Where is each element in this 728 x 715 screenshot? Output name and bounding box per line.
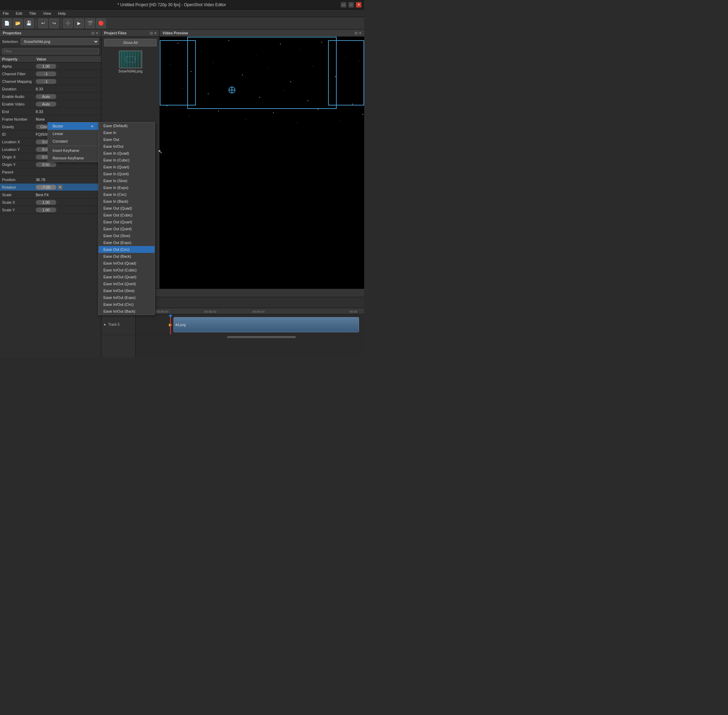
ease-in-out-cubic[interactable]: Ease In/Out (Cubic)	[99, 267, 155, 273]
project-files-close-icon[interactable]: ✕	[154, 31, 157, 35]
ease-in-expo[interactable]: Ease In (Expo)	[99, 184, 155, 191]
ease-out-quart[interactable]: Ease Out (Quart)	[99, 219, 155, 225]
prop-value-channel-filter[interactable]: -1	[36, 71, 56, 76]
ease-in-out-expo[interactable]: Ease In/Out (Expo)	[99, 294, 155, 301]
minimize-button[interactable]: —	[341, 2, 346, 8]
prop-value-cell-rotation: -7.05 ✦	[35, 184, 101, 190]
constant-option[interactable]: Constant	[48, 137, 99, 145]
import-files-button[interactable]: ➕	[63, 18, 73, 28]
prop-value-alpha[interactable]: 1.00	[36, 64, 56, 69]
prop-name-position: Position	[0, 177, 35, 183]
track-clip[interactable]: 4d.png	[173, 317, 359, 332]
bezier-label: Bezier	[53, 124, 63, 128]
record-button[interactable]: 🔴	[96, 18, 106, 28]
star-dot	[318, 109, 318, 110]
ease-in-out-quart[interactable]: Ease In/Out (Quart)	[99, 273, 155, 281]
rotation-keyframe-icon[interactable]: ✦	[58, 185, 63, 190]
star-dot	[362, 114, 363, 115]
prop-value-scale-x[interactable]: 1.00	[36, 200, 56, 205]
open-project-button[interactable]: 📂	[13, 18, 23, 28]
scroll-thumb[interactable]	[227, 336, 296, 338]
star-dot	[359, 61, 359, 61]
ease-out-cubic[interactable]: Ease Out (Cubic)	[99, 212, 155, 219]
bezier-option[interactable]: Bezier ▶	[48, 122, 99, 130]
clip-label: 4d.png	[175, 323, 186, 327]
ease-out[interactable]: Ease Out	[99, 136, 155, 143]
undo-button[interactable]: ↩	[38, 18, 48, 28]
ease-out-expo[interactable]: Ease Out (Expo)	[99, 239, 155, 246]
menu-view[interactable]: View	[42, 11, 53, 16]
ease-in-circ[interactable]: Ease In (Circ)	[99, 191, 155, 198]
remove-keyframe-option[interactable]: Remove Keyframe	[48, 154, 99, 162]
save-project-button[interactable]: 💾	[24, 18, 34, 28]
prop-name-enable-audio: Enable Audio	[0, 94, 35, 99]
prop-value-cell-parent	[35, 172, 101, 173]
file-item-snow[interactable]: Snow%04d.png	[101, 48, 160, 75]
ease-in-back[interactable]: Ease In (Back)	[99, 198, 155, 205]
ease-out-quint[interactable]: Ease Out (Quint)	[99, 225, 155, 232]
prop-value-enable-audio[interactable]: Auto	[36, 94, 56, 99]
filter-input[interactable]	[2, 48, 99, 54]
track-collapse-icon[interactable]	[103, 323, 107, 326]
ease-in-out-quint[interactable]: Ease In/Out (Quint)	[99, 281, 155, 287]
prop-name-origin-y: Origin Y	[0, 162, 35, 167]
show-all-button[interactable]: Show All	[104, 39, 157, 47]
menu-help[interactable]: Help	[57, 11, 67, 16]
file-name: Snow%04d.png	[118, 69, 142, 73]
prop-value-cell-enable-audio: Auto	[35, 94, 101, 100]
preview-button[interactable]: ▶	[74, 18, 84, 28]
new-project-button[interactable]: 📄	[2, 18, 12, 28]
star-dot	[218, 111, 219, 111]
toolbar: 📄 📂 💾 ↩ ↪ ➕ ▶ 🎬 🔴	[0, 17, 364, 30]
ease-submenu: Ease (Default) Ease In Ease Out Ease In/…	[98, 122, 155, 315]
linear-option[interactable]: Linear	[48, 130, 99, 137]
menu-title[interactable]: Title	[28, 11, 38, 16]
prop-value-origin-y[interactable]: 0.50	[36, 162, 56, 167]
ease-out-back[interactable]: Ease Out (Back)	[99, 253, 155, 260]
prop-value-channel-mapping[interactable]: -1	[36, 79, 56, 84]
ease-out-circ[interactable]: Ease Out (Circ)	[99, 246, 155, 253]
video-preview-float-icon[interactable]: ⊡	[354, 31, 357, 35]
ease-default[interactable]: Ease (Default)	[99, 122, 155, 129]
prop-header-name: Property	[0, 56, 35, 62]
close-button[interactable]: ✕	[356, 2, 362, 8]
ease-out-sine[interactable]: Ease Out (Sine)	[99, 232, 155, 239]
ease-in-quad[interactable]: Ease In (Quad)	[99, 150, 155, 157]
toolbar-separator-2	[61, 20, 61, 27]
prop-value-cell-origin-y: 0.50	[35, 161, 101, 167]
file-thumbnail	[119, 50, 142, 68]
export-button[interactable]: 🎬	[85, 18, 95, 28]
filter-row	[0, 47, 101, 56]
ease-out-quad[interactable]: Ease Out (Quad)	[99, 205, 155, 212]
ease-in-out-sine[interactable]: Ease In/Out (Sine)	[99, 287, 155, 294]
video-preview-close-icon[interactable]: ✕	[359, 31, 362, 35]
svg-marker-5	[104, 324, 106, 326]
ease-in-sine[interactable]: Ease In (Sine)	[99, 177, 155, 184]
properties-float-icon[interactable]: ⊡	[91, 31, 94, 35]
menu-file[interactable]: File	[2, 11, 10, 16]
ease-in-out-back[interactable]: Ease In/Out (Back)	[99, 308, 155, 315]
prop-value-enable-video[interactable]: Auto	[36, 102, 56, 107]
properties-table: Property Value Alpha 1.00 Channel Filter…	[0, 56, 101, 358]
ease-in-quint[interactable]: Ease In (Quint)	[99, 170, 155, 177]
prop-row-channel-mapping: Channel Mapping -1	[0, 78, 101, 85]
prop-header-value: Value	[35, 56, 101, 62]
menu-edit[interactable]: Edit	[14, 11, 24, 16]
video-crosshair	[229, 87, 235, 94]
project-files-float-icon[interactable]: ⊡	[150, 31, 152, 35]
selection-combo[interactable]: Snow%04d.png	[21, 38, 99, 45]
star-dot	[273, 112, 274, 113]
prop-value-scale-y[interactable]: 1.00	[36, 208, 56, 212]
ease-in-out[interactable]: Ease In/Out	[99, 143, 155, 150]
timeline-scrollbar[interactable]	[136, 335, 364, 339]
ease-in[interactable]: Ease In	[99, 129, 155, 136]
redo-button[interactable]: ↪	[49, 18, 59, 28]
properties-close-icon[interactable]: ✕	[95, 31, 98, 35]
maximize-button[interactable]: □	[348, 2, 354, 8]
ease-in-cubic[interactable]: Ease In (Cubic)	[99, 157, 155, 164]
ease-in-out-circ[interactable]: Ease In/Out (Circ)	[99, 301, 155, 308]
prop-value-rotation[interactable]: -7.05	[36, 185, 56, 190]
ease-in-out-quad[interactable]: Ease In/Out (Quad)	[99, 260, 155, 267]
ease-in-quart[interactable]: Ease In (Quart)	[99, 164, 155, 170]
insert-keyframe-option[interactable]: Insert Keyframe	[48, 147, 99, 154]
